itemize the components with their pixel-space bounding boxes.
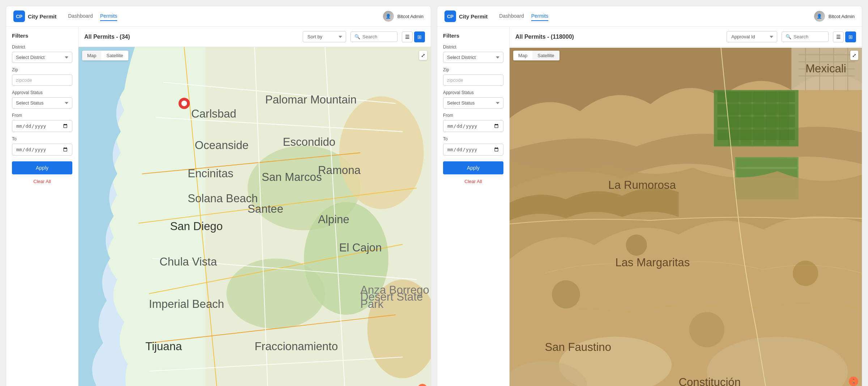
right-logo-icon: CP xyxy=(444,10,456,22)
svg-rect-49 xyxy=(779,92,789,145)
left-nav-permits[interactable]: Permits xyxy=(100,12,117,21)
right-district-label: District xyxy=(443,44,503,50)
left-from-group: From xyxy=(12,113,72,132)
left-permits-title: All Permits - (34) xyxy=(84,34,298,40)
right-toolbar: All Permits - (118000) Approval Id 🔍 ☰ ⊞ xyxy=(510,27,862,47)
right-from-group: From xyxy=(443,113,503,132)
right-map-expand[interactable]: ⤢ xyxy=(850,51,858,60)
left-avatar: 👤 xyxy=(383,11,394,22)
left-to-label: To xyxy=(12,136,72,141)
right-logo-area: CP City Permit xyxy=(444,10,488,22)
left-logo-icon: CP xyxy=(13,10,25,22)
svg-point-55 xyxy=(626,234,647,255)
left-district-select[interactable]: Select District xyxy=(12,52,72,63)
left-status-select[interactable]: Select Status xyxy=(12,97,72,109)
right-search-input[interactable] xyxy=(793,34,822,39)
right-header: CP City Permit Dashboard Permits 👤 Bitco… xyxy=(437,6,862,27)
svg-text:San Faustino: San Faustino xyxy=(545,341,611,353)
left-map-tab-map[interactable]: Map xyxy=(82,51,101,60)
right-to-input[interactable] xyxy=(443,144,503,156)
left-sort-select[interactable]: Sort by xyxy=(303,31,346,42)
right-status-select[interactable]: Select Status xyxy=(443,97,503,109)
left-logo-text: City Permit xyxy=(28,13,56,20)
left-sidebar: Filters District Select District Zip App… xyxy=(6,27,78,386)
left-search-icon: 🔍 xyxy=(354,34,360,39)
left-from-label: From xyxy=(12,113,72,118)
svg-text:San Diego: San Diego xyxy=(170,220,223,233)
left-search-input[interactable] xyxy=(362,34,391,39)
right-satellite-bg: Mexicali La Rumorosa San Faustino Consti… xyxy=(510,47,862,386)
svg-text:Escondido: Escondido xyxy=(283,136,336,148)
right-to-group: To xyxy=(443,136,503,156)
svg-point-57 xyxy=(793,260,818,286)
svg-text:Park: Park xyxy=(360,298,383,310)
svg-point-54 xyxy=(552,280,580,309)
left-map-tab-satellite[interactable]: Satellite xyxy=(101,51,128,60)
left-zip-input[interactable] xyxy=(12,75,72,86)
right-district-group: District Select District xyxy=(443,44,503,63)
svg-text:Fraccionamiento: Fraccionamiento xyxy=(255,340,338,353)
left-apply-button[interactable]: Apply xyxy=(12,161,72,174)
svg-text:Carlsbad: Carlsbad xyxy=(191,107,237,120)
svg-text:Oceanside: Oceanside xyxy=(195,139,248,152)
left-status-label: Approval Status xyxy=(12,90,72,95)
svg-rect-51 xyxy=(736,158,797,167)
left-nav-dashboard[interactable]: Dashboard xyxy=(68,12,93,21)
left-search-box: 🔍 xyxy=(350,31,397,42)
right-map-view-btn[interactable]: ⊞ xyxy=(845,31,856,42)
right-map-tab-map[interactable]: Map xyxy=(513,51,532,60)
left-panel: CP City Permit Dashboard Permits 👤 Bitco… xyxy=(6,6,431,386)
svg-point-56 xyxy=(689,312,724,347)
svg-text:El Cajon: El Cajon xyxy=(339,241,382,254)
right-from-label: From xyxy=(443,113,503,118)
svg-text:La Rumorosa: La Rumorosa xyxy=(608,179,676,191)
left-district-group: District Select District xyxy=(12,44,72,63)
left-from-input[interactable] xyxy=(12,120,72,132)
right-clear-link[interactable]: Clear All xyxy=(443,179,503,184)
left-district-label: District xyxy=(12,44,72,50)
left-admin-name: Bitcot Admin xyxy=(397,14,424,19)
right-sidebar: Filters District Select District Zip App… xyxy=(437,27,510,386)
svg-text:Imperial Beach: Imperial Beach xyxy=(149,298,224,310)
left-map-view-btn[interactable]: ⊞ xyxy=(414,31,425,42)
right-sort-select[interactable]: Approval Id xyxy=(727,31,777,42)
left-nav: Dashboard Permits xyxy=(68,12,117,21)
right-list-view-btn[interactable]: ☰ xyxy=(833,31,844,42)
right-nav-dashboard[interactable]: Dashboard xyxy=(499,12,524,21)
svg-rect-47 xyxy=(753,92,764,145)
right-map-tab-satellite[interactable]: Satellite xyxy=(532,51,559,60)
left-zip-label: Zip xyxy=(12,67,72,72)
left-to-input[interactable] xyxy=(12,144,72,156)
left-zip-group: Zip xyxy=(12,67,72,86)
right-map-tabs: Map Satellite xyxy=(513,51,559,60)
svg-text:Santee: Santee xyxy=(248,203,284,215)
right-from-input[interactable] xyxy=(443,120,503,132)
right-main-area: All Permits - (118000) Approval Id 🔍 ☰ ⊞ xyxy=(510,27,862,386)
right-status-group: Approval Status Select Status xyxy=(443,90,503,109)
svg-text:Chula Vista: Chula Vista xyxy=(159,255,217,268)
svg-text:Alpine: Alpine xyxy=(318,213,349,226)
right-permits-title: All Permits - (118000) xyxy=(515,34,722,40)
left-street-map: San Diego Chula Vista Imperial Beach Tij… xyxy=(78,47,431,386)
right-view-icons: ☰ ⊞ xyxy=(833,31,856,42)
left-clear-link[interactable]: Clear All xyxy=(12,179,72,184)
svg-text:San Marcos: San Marcos xyxy=(261,171,322,183)
svg-text:Las Margaritas: Las Margaritas xyxy=(615,256,690,269)
right-filters-title: Filters xyxy=(443,33,503,39)
left-to-group: To xyxy=(12,136,72,156)
right-nav: Dashboard Permits xyxy=(499,12,548,21)
left-header: CP City Permit Dashboard Permits 👤 Bitco… xyxy=(6,6,431,27)
left-filters-title: Filters xyxy=(12,33,72,39)
left-map-expand[interactable]: ⤢ xyxy=(419,51,427,60)
right-nav-permits[interactable]: Permits xyxy=(531,12,548,21)
left-header-right: 👤 Bitcot Admin xyxy=(383,11,424,22)
right-street-view-btn[interactable]: 🚶 xyxy=(849,377,858,386)
right-district-select[interactable]: Select District xyxy=(443,52,503,63)
svg-text:Mexicali: Mexicali xyxy=(805,62,846,75)
left-list-view-btn[interactable]: ☰ xyxy=(402,31,413,42)
svg-text:Constitución: Constitución xyxy=(679,376,741,386)
right-zip-input[interactable] xyxy=(443,75,503,86)
right-status-label: Approval Status xyxy=(443,90,503,95)
right-apply-button[interactable]: Apply xyxy=(443,161,503,174)
left-content: Filters District Select District Zip App… xyxy=(6,27,431,386)
